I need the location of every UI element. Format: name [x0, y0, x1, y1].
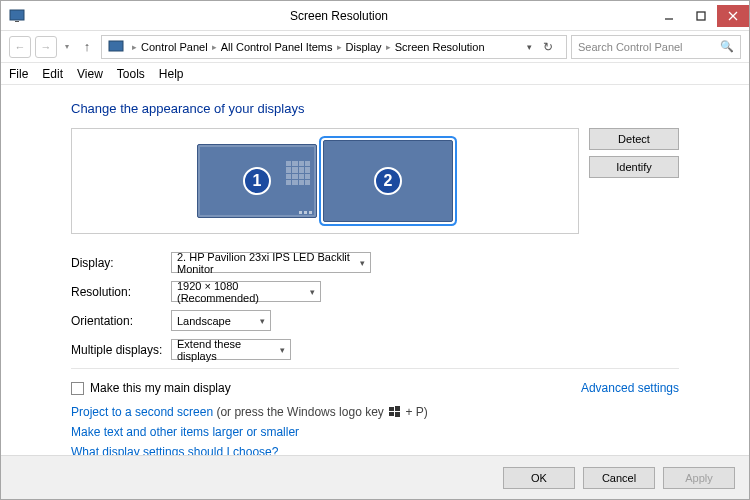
breadcrumb-item[interactable]: Control Panel	[141, 41, 208, 53]
svg-rect-10	[395, 412, 400, 417]
settings-form: Display: 2. HP Pavilion 23xi IPS LED Bac…	[71, 252, 679, 455]
svg-rect-6	[109, 41, 123, 51]
display-arrangement[interactable]: 1 2	[71, 128, 579, 234]
display-select[interactable]: 2. HP Pavilion 23xi IPS LED Backlit Moni…	[171, 252, 371, 273]
search-placeholder: Search Control Panel	[578, 41, 683, 53]
display-label: Display:	[71, 256, 171, 270]
svg-rect-1	[15, 21, 19, 22]
main-display-checkbox[interactable]	[71, 382, 84, 395]
close-button[interactable]	[717, 5, 749, 27]
windows-logo-icon	[389, 406, 400, 417]
monitor-2-number: 2	[374, 167, 402, 195]
svg-rect-8	[395, 406, 400, 411]
breadcrumb-item[interactable]: Display	[346, 41, 382, 53]
project-hint-a: (or press the Windows logo key	[213, 405, 387, 419]
orientation-label: Orientation:	[71, 314, 171, 328]
multiple-displays-label: Multiple displays:	[71, 343, 171, 357]
maximize-button[interactable]	[685, 5, 717, 27]
breadcrumb-item[interactable]: Screen Resolution	[395, 41, 485, 53]
main-display-label: Make this my main display	[90, 381, 231, 395]
breadcrumb-dropdown[interactable]: ▾ ↻	[527, 40, 564, 54]
back-button[interactable]: ←	[9, 36, 31, 58]
apply-button[interactable]: Apply	[663, 467, 735, 489]
ok-button[interactable]: OK	[503, 467, 575, 489]
dialog-footer: OK Cancel Apply	[1, 455, 749, 499]
search-icon: 🔍	[720, 40, 734, 53]
control-panel-icon	[108, 39, 124, 55]
text-size-link[interactable]: Make text and other items larger or smal…	[71, 425, 299, 439]
chevron-right-icon: ▸	[337, 42, 342, 52]
resolution-select[interactable]: 1920 × 1080 (Recommended)	[171, 281, 321, 302]
project-screen-link[interactable]: Project to a second screen	[71, 405, 213, 419]
monitor-2[interactable]: 2	[323, 140, 453, 222]
taskbar-indicator	[299, 211, 312, 214]
svg-rect-3	[697, 12, 705, 20]
desktop-icons-indicator	[286, 161, 310, 185]
chevron-right-icon: ▸	[386, 42, 391, 52]
minimize-button[interactable]	[653, 5, 685, 27]
up-button[interactable]: ↑	[77, 37, 97, 57]
window-title: Screen Resolution	[25, 9, 653, 23]
page-heading: Change the appearance of your displays	[71, 101, 679, 116]
app-icon	[9, 8, 25, 24]
chevron-right-icon: ▸	[132, 42, 137, 52]
menu-view[interactable]: View	[77, 67, 103, 81]
menubar: File Edit View Tools Help	[1, 63, 749, 85]
project-hint-b: + P)	[402, 405, 428, 419]
orientation-select[interactable]: Landscape	[171, 310, 271, 331]
resolution-label: Resolution:	[71, 285, 171, 299]
forward-button[interactable]: →	[35, 36, 57, 58]
content: Change the appearance of your displays 1…	[1, 85, 749, 455]
menu-file[interactable]: File	[9, 67, 28, 81]
refresh-icon[interactable]: ↻	[538, 40, 558, 54]
identify-button[interactable]: Identify	[589, 156, 679, 178]
svg-rect-7	[389, 407, 394, 411]
titlebar: Screen Resolution	[1, 1, 749, 31]
svg-rect-9	[389, 412, 394, 416]
breadcrumb[interactable]: ▸ Control Panel ▸ All Control Panel Item…	[101, 35, 567, 59]
monitor-1-number: 1	[243, 167, 271, 195]
navbar: ← → ▾ ↑ ▸ Control Panel ▸ All Control Pa…	[1, 31, 749, 63]
detect-button[interactable]: Detect	[589, 128, 679, 150]
which-settings-link[interactable]: What display settings should I choose?	[71, 445, 278, 455]
history-dropdown[interactable]: ▾	[61, 36, 73, 58]
advanced-settings-link[interactable]: Advanced settings	[581, 381, 679, 395]
chevron-right-icon: ▸	[212, 42, 217, 52]
window-controls	[653, 5, 749, 27]
menu-tools[interactable]: Tools	[117, 67, 145, 81]
menu-edit[interactable]: Edit	[42, 67, 63, 81]
monitor-1[interactable]: 1	[197, 144, 317, 218]
breadcrumb-item[interactable]: All Control Panel Items	[221, 41, 333, 53]
multiple-displays-select[interactable]: Extend these displays	[171, 339, 291, 360]
search-input[interactable]: Search Control Panel 🔍	[571, 35, 741, 59]
svg-rect-0	[10, 10, 24, 20]
window: Screen Resolution ← → ▾ ↑ ▸ Control Pane…	[0, 0, 750, 500]
cancel-button[interactable]: Cancel	[583, 467, 655, 489]
menu-help[interactable]: Help	[159, 67, 184, 81]
